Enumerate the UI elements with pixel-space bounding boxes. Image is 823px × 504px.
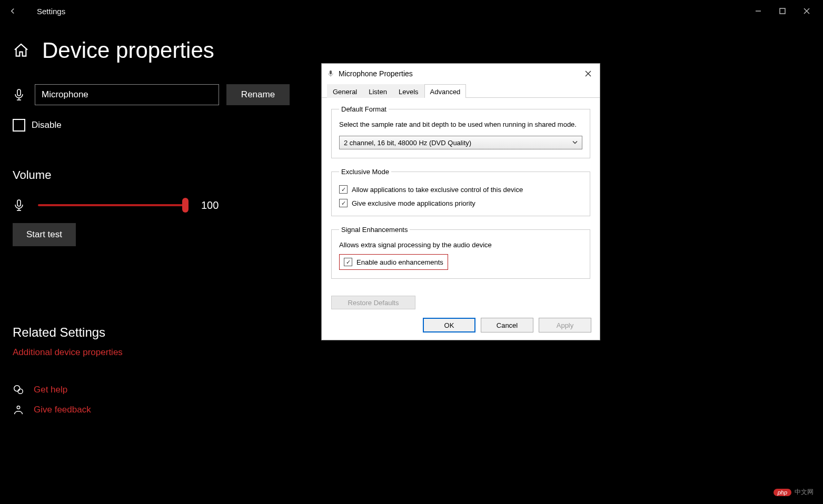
dialog-mic-icon bbox=[327, 69, 334, 78]
tab-levels[interactable]: Levels bbox=[393, 84, 424, 98]
dialog-title: Microphone Properties bbox=[339, 69, 413, 78]
restore-defaults-button[interactable]: Restore Defaults bbox=[331, 296, 415, 309]
microphone-properties-dialog: Microphone Properties General Listen Lev… bbox=[321, 63, 600, 340]
volume-value: 100 bbox=[201, 199, 219, 211]
get-help-link: Get help bbox=[34, 385, 67, 395]
maximize-button[interactable] bbox=[770, 3, 795, 19]
ok-button[interactable]: OK bbox=[423, 318, 475, 332]
dialog-footer: OK Cancel Apply bbox=[322, 313, 600, 340]
signal-enhancements-legend: Signal Enhancements bbox=[339, 226, 410, 234]
close-button[interactable] bbox=[795, 3, 819, 19]
dialog-titlebar: Microphone Properties bbox=[322, 64, 600, 84]
additional-properties-link[interactable]: Additional device properties bbox=[13, 347, 823, 358]
give-feedback-link: Give feedback bbox=[34, 405, 91, 415]
watermark-badge: php bbox=[774, 489, 791, 496]
tab-advanced[interactable]: Advanced bbox=[424, 84, 467, 98]
exclusive-priority-checkbox[interactable] bbox=[339, 199, 348, 207]
exclusive-mode-legend: Exclusive Mode bbox=[339, 168, 391, 176]
svg-rect-7 bbox=[17, 200, 21, 206]
volume-slider-thumb[interactable] bbox=[182, 198, 189, 213]
exclusive-control-row: Allow applications to take exclusive con… bbox=[339, 185, 582, 194]
home-icon[interactable] bbox=[13, 42, 29, 59]
app-title: Settings bbox=[37, 7, 65, 16]
feedback-icon bbox=[13, 404, 24, 416]
watermark: php 中文网 bbox=[774, 488, 814, 497]
sample-rate-value: 2 channel, 16 bit, 48000 Hz (DVD Quality… bbox=[344, 139, 471, 147]
microphone-icon bbox=[13, 87, 27, 102]
svg-point-11 bbox=[18, 389, 23, 394]
page-title: Device properties bbox=[42, 38, 214, 63]
tab-listen[interactable]: Listen bbox=[363, 84, 393, 98]
svg-point-10 bbox=[14, 386, 20, 391]
exclusive-priority-row: Give exclusive mode applications priorit… bbox=[339, 199, 582, 207]
dialog-close-button[interactable] bbox=[582, 67, 594, 80]
disable-checkbox[interactable] bbox=[13, 119, 25, 132]
dialog-tabstrip: General Listen Levels Advanced bbox=[322, 84, 600, 98]
rename-button[interactable]: Rename bbox=[226, 84, 290, 105]
watermark-text: 中文网 bbox=[795, 488, 814, 497]
tab-general[interactable]: General bbox=[327, 84, 363, 98]
svg-rect-4 bbox=[17, 89, 21, 96]
disable-label: Disable bbox=[32, 120, 62, 130]
enable-enhancements-checkbox[interactable] bbox=[344, 258, 352, 266]
exclusive-priority-label: Give exclusive mode applications priorit… bbox=[352, 199, 475, 207]
svg-rect-13 bbox=[330, 70, 332, 74]
svg-rect-1 bbox=[780, 8, 785, 14]
exclusive-control-label: Allow applications to take exclusive con… bbox=[352, 186, 523, 194]
back-button[interactable] bbox=[4, 3, 21, 19]
device-name-input[interactable] bbox=[35, 84, 219, 105]
exclusive-control-checkbox[interactable] bbox=[339, 185, 348, 194]
enable-enhancements-highlight: Enable audio enhancements bbox=[339, 254, 448, 270]
signal-enhancements-desc: Allows extra signal processing by the au… bbox=[339, 241, 582, 249]
give-feedback-row[interactable]: Give feedback bbox=[13, 404, 823, 416]
help-icon bbox=[13, 384, 24, 396]
signal-enhancements-group: Signal Enhancements Allows extra signal … bbox=[331, 226, 590, 279]
default-format-legend: Default Format bbox=[339, 105, 389, 113]
enable-enhancements-label: Enable audio enhancements bbox=[356, 258, 443, 266]
cancel-button[interactable]: Cancel bbox=[481, 318, 533, 332]
chevron-down-icon bbox=[572, 139, 578, 147]
page-header: Device properties bbox=[13, 38, 823, 63]
start-test-button[interactable]: Start test bbox=[13, 223, 76, 246]
volume-mic-icon bbox=[13, 198, 27, 213]
svg-point-12 bbox=[17, 406, 20, 409]
dialog-body: Default Format Select the sample rate an… bbox=[322, 98, 600, 313]
volume-slider[interactable] bbox=[38, 204, 185, 206]
minimize-button[interactable] bbox=[746, 3, 770, 19]
default-format-group: Default Format Select the sample rate an… bbox=[331, 105, 590, 158]
window-buttons bbox=[746, 3, 819, 19]
exclusive-mode-group: Exclusive Mode Allow applications to tak… bbox=[331, 168, 590, 216]
sample-rate-select[interactable]: 2 channel, 16 bit, 48000 Hz (DVD Quality… bbox=[339, 136, 582, 149]
get-help-row[interactable]: Get help bbox=[13, 384, 823, 396]
default-format-desc: Select the sample rate and bit depth to … bbox=[339, 120, 582, 128]
titlebar: Settings bbox=[0, 0, 823, 22]
apply-button[interactable]: Apply bbox=[539, 318, 591, 332]
